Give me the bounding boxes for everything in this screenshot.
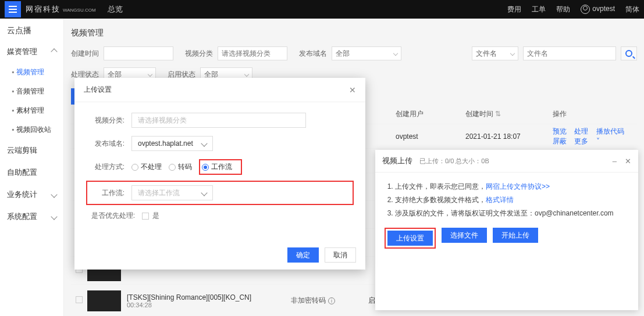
avatar-icon (581, 5, 590, 14)
op-more[interactable]: 更多 (574, 137, 588, 145)
chevron-down-icon (51, 213, 57, 220)
video-cell[interactable]: [TSKS][Shining Romance][005][KO_CN] 00:3… (87, 290, 273, 311)
label-video-category: 视频分类 (185, 49, 213, 59)
chevron-down-icon (393, 51, 398, 56)
chevron-down-icon (201, 189, 207, 196)
radio-workflow[interactable]: 工作流 (202, 162, 232, 172)
chevron-down-icon (510, 51, 515, 56)
label-modal-workflow: 工作流: (88, 188, 124, 198)
chevron-down-icon (201, 140, 207, 146)
chevron-up-icon (51, 48, 57, 55)
nav-ticket[interactable]: 工单 (532, 5, 546, 15)
upload-agreement-link[interactable]: 网宿上传文件协议>> (486, 182, 550, 191)
cell-time: 2021-01-21 18:07 (465, 132, 553, 141)
label-modal-category: 视频分类: (88, 116, 124, 125)
start-upload-button[interactable]: 开始上传 (493, 228, 538, 243)
minimize-icon[interactable]: – (613, 157, 617, 166)
sidebar-item-self-config[interactable]: 自助配置 (0, 161, 63, 184)
op-process[interactable]: 处理 (574, 127, 588, 135)
nav-lang[interactable]: 简体 (625, 5, 639, 15)
close-icon[interactable]: ✕ (625, 157, 631, 166)
op-preview[interactable]: 预览 (553, 127, 567, 135)
sidebar-group-sys-config[interactable]: 系统配置 (0, 206, 63, 228)
create-time-input[interactable] (104, 46, 173, 60)
hamburger-menu-button[interactable] (5, 1, 21, 17)
nav-help[interactable]: 帮助 (556, 5, 570, 15)
label-modal-process: 处理方式: (88, 162, 124, 172)
search-button[interactable] (621, 46, 637, 60)
close-icon[interactable]: ✕ (349, 85, 356, 95)
brand-en: WANGSU.COM (63, 8, 96, 13)
sidebar-item-cloud-edit[interactable]: 云端剪辑 (0, 139, 63, 161)
info-icon[interactable]: i (328, 297, 335, 304)
sidebar-group-media[interactable]: 媒资管理 (0, 41, 63, 63)
confirm-button[interactable]: 确定 (287, 247, 319, 263)
col-ops-label: 操作 (553, 109, 637, 119)
format-details-link[interactable]: 格式详情 (486, 196, 514, 204)
search-icon (625, 50, 632, 57)
label-modal-priority: 是否优先处理: (88, 211, 135, 221)
enc-label: 非加密转码 (291, 296, 326, 306)
sidebar-item-video-mgmt[interactable]: 视频管理 (0, 63, 63, 82)
op-code[interactable]: 播放代码 (596, 127, 624, 135)
video-duration: 00:34:28 (127, 301, 251, 308)
category-input[interactable] (218, 46, 287, 60)
modal-category-input[interactable]: 请选择视频分类 (131, 113, 306, 128)
col-user-label: 创建用户 (396, 109, 465, 119)
sidebar-group-biz-stats[interactable]: 业务统计 (0, 184, 63, 206)
search-type-select[interactable]: 文件名 (472, 46, 518, 60)
video-upload-panel: 视频上传 已上传：0/0 总大小：0B – ✕ 上传文件，即表示您已同意，网宿上… (375, 150, 638, 310)
page-title: 视频管理 (71, 23, 637, 43)
row-checkbox[interactable] (76, 296, 83, 303)
overview-tab[interactable]: 总览 (108, 4, 123, 15)
col-time-label[interactable]: 创建时间 ⇅ (465, 109, 553, 119)
chevron-down-icon (51, 191, 57, 198)
upload-panel-title: 视频上传 (382, 156, 412, 166)
label-publish-domain: 发布域名 (299, 49, 327, 59)
cell-user: ovptest (396, 132, 465, 141)
video-title: [TSKS][Shining Romance][005][KO_CN] (127, 293, 251, 301)
sidebar: 云点播 媒资管理 视频管理 音频管理 素材管理 视频回收站 云端剪辑 自助配置 … (0, 19, 64, 316)
chevron-down-icon (244, 72, 249, 77)
radio-transcode[interactable]: 转码 (169, 162, 192, 172)
upload-stats: 已上传：0/0 总大小：0B (419, 157, 489, 166)
upload-settings-modal: 上传设置 ✕ 视频分类: 请选择视频分类 发布域名: ovptest.hapla… (74, 78, 365, 270)
publish-domain-select[interactable]: 全部 (332, 46, 401, 60)
product-title: 云点播 (0, 21, 63, 41)
op-block[interactable]: 屏蔽 (553, 137, 567, 145)
sidebar-item-video-recycle[interactable]: 视频回收站 (0, 120, 63, 139)
modal-domain-select[interactable]: ovptest.haplat.net (131, 136, 213, 151)
sidebar-item-audio-mgmt[interactable]: 音频管理 (0, 82, 63, 101)
priority-yes-label: 是 (152, 211, 159, 221)
brand-cn: 网宿科技 (26, 4, 61, 15)
sidebar-item-material-mgmt[interactable]: 素材管理 (0, 101, 63, 120)
priority-checkbox[interactable] (142, 213, 149, 220)
modal-title: 上传设置 (84, 85, 112, 95)
select-file-button[interactable]: 选择文件 (442, 228, 487, 243)
nav-user[interactable]: ovptest (581, 5, 615, 14)
upload-note-3: 涉及版权的文件，请将版权证明文件发送至：ovp@chinanetcenter.c… (395, 209, 629, 218)
radio-none[interactable]: 不处理 (131, 162, 162, 172)
cancel-button[interactable]: 取消 (325, 247, 356, 263)
video-thumb (87, 290, 121, 311)
label-modal-domain: 发布域名: (88, 139, 124, 149)
upload-settings-button[interactable]: 上传设置 (387, 231, 433, 246)
brand-logo: 网宿科技 WANGSU.COM (26, 4, 96, 15)
label-create-time: 创建时间 (71, 49, 99, 59)
upload-note-1: 上传文件，即表示您已同意，网宿上传文件协议>> (395, 182, 629, 192)
top-bar: 网宿科技 WANGSU.COM 总览 费用 工单 帮助 ovptest 简体 (0, 0, 644, 19)
nav-cost[interactable]: 费用 (507, 5, 521, 15)
modal-workflow-select[interactable]: 请选择工作流 (131, 185, 213, 200)
upload-note-2: 支持绝大多数视频文件格式，格式详情 (395, 195, 629, 205)
search-input[interactable] (523, 46, 616, 60)
chevron-down-icon (148, 72, 152, 77)
